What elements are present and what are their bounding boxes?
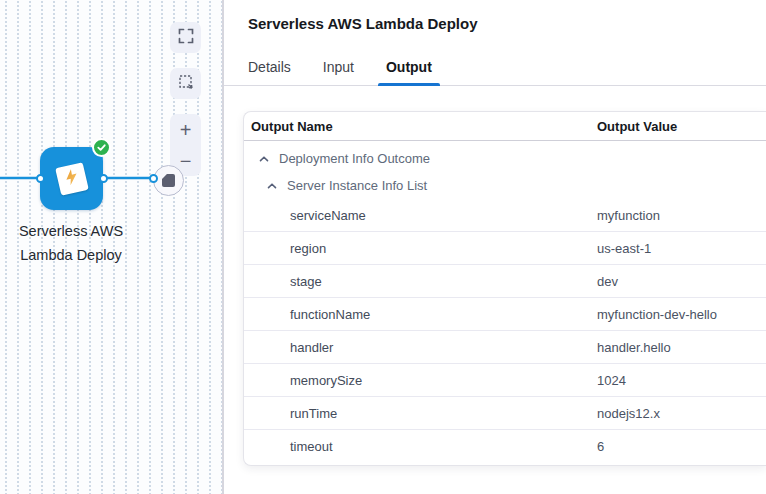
success-status-badge bbox=[92, 138, 111, 157]
output-name-cell: serviceName bbox=[290, 208, 366, 223]
output-value-cell: myfunction bbox=[597, 208, 766, 223]
table-row: serviceNamemyfunction bbox=[244, 199, 766, 232]
tab-details[interactable]: Details bbox=[240, 49, 299, 85]
table-row: regionus-east-1 bbox=[244, 232, 766, 265]
marquee-select-icon bbox=[178, 74, 194, 94]
table-row: timeout6 bbox=[244, 430, 766, 463]
workflow-canvas[interactable]: + − bbox=[0, 0, 224, 494]
output-table-body: Deployment Info OutcomeServer Instance I… bbox=[244, 145, 766, 465]
workflow-app: + − bbox=[0, 0, 766, 494]
lightning-bolt-icon bbox=[60, 166, 82, 191]
table-row: stagedev bbox=[244, 265, 766, 298]
table-row[interactable]: Deployment Info Outcome bbox=[244, 145, 766, 172]
zoom-in-button[interactable]: + bbox=[170, 114, 201, 145]
node-label: Serverless AWS Lambda Deploy bbox=[11, 219, 131, 267]
column-header-output-name: Output Name bbox=[251, 119, 597, 134]
output-name-cell: runTime bbox=[290, 406, 337, 421]
output-value-cell: us-east-1 bbox=[597, 241, 766, 256]
node-input-port[interactable] bbox=[36, 174, 45, 183]
output-value-cell: handler.hello bbox=[597, 340, 766, 355]
fullscreen-button[interactable] bbox=[170, 22, 201, 53]
note-node[interactable] bbox=[153, 165, 184, 196]
output-name-cell: region bbox=[290, 241, 326, 256]
table-row: functionNamemyfunction-dev-hello bbox=[244, 298, 766, 331]
lambda-deploy-node[interactable] bbox=[40, 147, 103, 210]
output-value-cell: myfunction-dev-hello bbox=[597, 307, 766, 322]
note-input-port[interactable] bbox=[149, 174, 158, 183]
output-value-cell: 6 bbox=[597, 439, 766, 454]
output-name-cell: functionName bbox=[290, 307, 370, 322]
table-row: handlerhandler.hello bbox=[244, 331, 766, 364]
column-header-output-value: Output Value bbox=[597, 119, 766, 134]
output-value-cell: 1024 bbox=[597, 373, 766, 388]
check-icon bbox=[96, 142, 107, 153]
table-row[interactable]: Server Instance Info List bbox=[244, 172, 766, 199]
output-name-cell: timeout bbox=[290, 439, 333, 454]
fullscreen-icon bbox=[178, 28, 194, 48]
chevron-up-icon[interactable] bbox=[258, 153, 270, 165]
tab-bar: Details Input Output bbox=[224, 49, 766, 86]
detail-panel: Serverless AWS Lambda Deploy Details Inp… bbox=[224, 0, 766, 494]
node-icon-tile bbox=[55, 162, 89, 196]
node-output-port[interactable] bbox=[99, 174, 108, 183]
chevron-up-icon[interactable] bbox=[266, 180, 278, 192]
output-name-cell: memorySize bbox=[290, 373, 362, 388]
output-table-card: Output Name Output Value Deployment Info… bbox=[243, 111, 766, 466]
table-row: runTimenodejs12.x bbox=[244, 397, 766, 430]
output-table-header: Output Name Output Value bbox=[244, 112, 766, 141]
tab-output[interactable]: Output bbox=[378, 49, 440, 85]
output-value-cell: dev bbox=[597, 274, 766, 289]
output-name-cell: Server Instance Info List bbox=[287, 178, 427, 193]
output-name-cell: stage bbox=[290, 274, 322, 289]
panel-title: Serverless AWS Lambda Deploy bbox=[248, 15, 766, 32]
marquee-select-button[interactable] bbox=[170, 68, 201, 99]
document-icon bbox=[162, 174, 175, 187]
tab-input[interactable]: Input bbox=[315, 49, 362, 85]
output-name-cell: Deployment Info Outcome bbox=[279, 151, 430, 166]
output-value-cell: nodejs12.x bbox=[597, 406, 766, 421]
output-name-cell: handler bbox=[290, 340, 333, 355]
table-row: memorySize1024 bbox=[244, 364, 766, 397]
